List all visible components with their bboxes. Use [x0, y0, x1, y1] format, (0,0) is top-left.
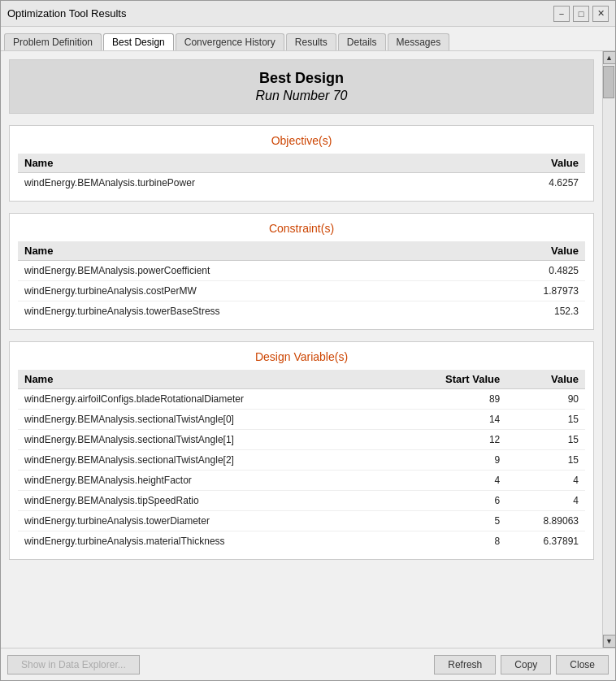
dv-value: 4	[506, 471, 585, 491]
table-row: windEnergy.BEMAnalysis.powerCoefficient0…	[18, 261, 585, 281]
dv-name: windEnergy.BEMAnalysis.sectionalTwistAng…	[18, 450, 397, 471]
objectives-section: Objective(s) Name Value windEnergy.BEMAn…	[9, 125, 594, 202]
dv-start-value: 5	[397, 511, 507, 531]
table-row: windEnergy.turbineAnalysis.towerDiameter…	[18, 511, 585, 531]
con-name: windEnergy.turbineAnalysis.towerBaseStre…	[18, 301, 479, 322]
table-row: windEnergy.BEMAnalysis.sectionalTwistAng…	[18, 430, 585, 450]
table-row: windEnergy.BEMAnalysis.turbinePower4.625…	[18, 173, 585, 193]
table-row: windEnergy.turbineAnalysis.towerBaseStre…	[18, 301, 585, 322]
tab-messages[interactable]: Messages	[388, 33, 450, 50]
refresh-button[interactable]: Refresh	[434, 655, 496, 674]
dv-col-value: Value	[506, 370, 585, 389]
obj-value: 4.6257	[478, 173, 585, 193]
dv-value: 15	[506, 410, 585, 430]
scroll-track[interactable]	[603, 64, 615, 635]
objectives-col-value: Value	[478, 154, 585, 173]
table-row: windEnergy.BEMAnalysis.sectionalTwistAng…	[18, 450, 585, 471]
objectives-col-name: Name	[18, 154, 478, 173]
design-variables-table: Name Start Value Value windEnergy.airfoi…	[18, 370, 585, 551]
dv-name: windEnergy.BEMAnalysis.sectionalTwistAng…	[18, 410, 397, 430]
maximize-button[interactable]: □	[573, 6, 589, 22]
main-content: Best Design Run Number 70 Objective(s) N…	[1, 51, 615, 648]
dv-name: windEnergy.turbineAnalysis.towerDiameter	[18, 511, 397, 531]
dv-start-value: 9	[397, 450, 507, 471]
scroll-down-arrow[interactable]: ▼	[603, 635, 616, 648]
objectives-table: Name Value windEnergy.BEMAnalysis.turbin…	[18, 154, 585, 193]
scroll-area[interactable]: Best Design Run Number 70 Objective(s) N…	[1, 51, 602, 648]
dv-start-value: 14	[397, 410, 507, 430]
dv-start-value: 8	[397, 531, 507, 552]
design-variables-title: Design Variable(s)	[18, 350, 585, 363]
table-row: windEnergy.turbineAnalysis.materialThick…	[18, 531, 585, 552]
tab-best-design[interactable]: Best Design	[103, 33, 174, 50]
tab-problem-definition[interactable]: Problem Definition	[4, 33, 102, 50]
scroll-thumb[interactable]	[603, 66, 614, 98]
con-value: 1.87973	[479, 281, 585, 301]
best-design-title: Best Design	[18, 70, 585, 87]
header-section: Best Design Run Number 70	[9, 59, 594, 114]
dv-col-name: Name	[18, 370, 397, 389]
dv-name: windEnergy.BEMAnalysis.heightFactor	[18, 471, 397, 491]
bottom-left-buttons: Show in Data Explorer...	[7, 655, 140, 674]
window-title: Optimization Tool Results	[7, 7, 126, 20]
constraints-col-value: Value	[479, 241, 585, 261]
close-button[interactable]: Close	[556, 655, 609, 674]
con-name: windEnergy.BEMAnalysis.powerCoefficient	[18, 261, 479, 281]
dv-value: 8.89063	[506, 511, 585, 531]
dv-value: 4	[506, 491, 585, 511]
dv-name: windEnergy.airfoilConfigs.bladeRotationa…	[18, 389, 397, 410]
tab-bar: Problem Definition Best Design Convergen…	[1, 27, 615, 51]
bottom-right-buttons: Refresh Copy Close	[434, 655, 609, 674]
dv-start-value: 12	[397, 430, 507, 450]
table-row: windEnergy.BEMAnalysis.tipSpeedRatio64	[18, 491, 585, 511]
dv-start-value: 89	[397, 389, 507, 410]
tab-results[interactable]: Results	[286, 33, 336, 50]
dv-value: 15	[506, 450, 585, 471]
dv-start-value: 6	[397, 491, 507, 511]
constraints-title: Constraint(s)	[18, 222, 585, 235]
tab-details[interactable]: Details	[338, 33, 386, 50]
close-window-button[interactable]: ✕	[592, 6, 609, 22]
scroll-up-arrow[interactable]: ▲	[603, 51, 616, 64]
title-bar: Optimization Tool Results − □ ✕	[1, 1, 615, 27]
dv-name: windEnergy.BEMAnalysis.sectionalTwistAng…	[18, 430, 397, 450]
dv-value: 90	[506, 389, 585, 410]
dv-col-start-value: Start Value	[397, 370, 507, 389]
constraints-table: Name Value windEnergy.BEMAnalysis.powerC…	[18, 241, 585, 321]
table-row: windEnergy.turbineAnalysis.costPerMW1.87…	[18, 281, 585, 301]
dv-value: 6.37891	[506, 531, 585, 552]
tab-convergence-history[interactable]: Convergence History	[176, 33, 284, 50]
con-name: windEnergy.turbineAnalysis.costPerMW	[18, 281, 479, 301]
table-row: windEnergy.BEMAnalysis.sectionalTwistAng…	[18, 410, 585, 430]
show-in-data-explorer-button[interactable]: Show in Data Explorer...	[7, 655, 140, 674]
con-value: 0.4825	[479, 261, 585, 281]
design-variables-section: Design Variable(s) Name Start Value Valu…	[9, 341, 594, 560]
dv-value: 15	[506, 430, 585, 450]
copy-button[interactable]: Copy	[501, 655, 551, 674]
constraints-col-name: Name	[18, 241, 479, 261]
dv-start-value: 4	[397, 471, 507, 491]
title-bar-buttons: − □ ✕	[553, 6, 609, 22]
con-value: 152.3	[479, 301, 585, 322]
objectives-title: Objective(s)	[18, 134, 585, 147]
dv-name: windEnergy.BEMAnalysis.tipSpeedRatio	[18, 491, 397, 511]
bottom-bar: Show in Data Explorer... Refresh Copy Cl…	[1, 648, 615, 680]
run-number-subtitle: Run Number 70	[18, 89, 585, 103]
obj-name: windEnergy.BEMAnalysis.turbinePower	[18, 173, 478, 193]
main-window: Optimization Tool Results − □ ✕ Problem …	[0, 0, 616, 681]
table-row: windEnergy.BEMAnalysis.heightFactor44	[18, 471, 585, 491]
scrollbar[interactable]: ▲ ▼	[602, 51, 615, 648]
dv-name: windEnergy.turbineAnalysis.materialThick…	[18, 531, 397, 552]
constraints-section: Constraint(s) Name Value windEnergy.BEMA…	[9, 213, 594, 330]
table-row: windEnergy.airfoilConfigs.bladeRotationa…	[18, 389, 585, 410]
minimize-button[interactable]: −	[553, 6, 570, 22]
